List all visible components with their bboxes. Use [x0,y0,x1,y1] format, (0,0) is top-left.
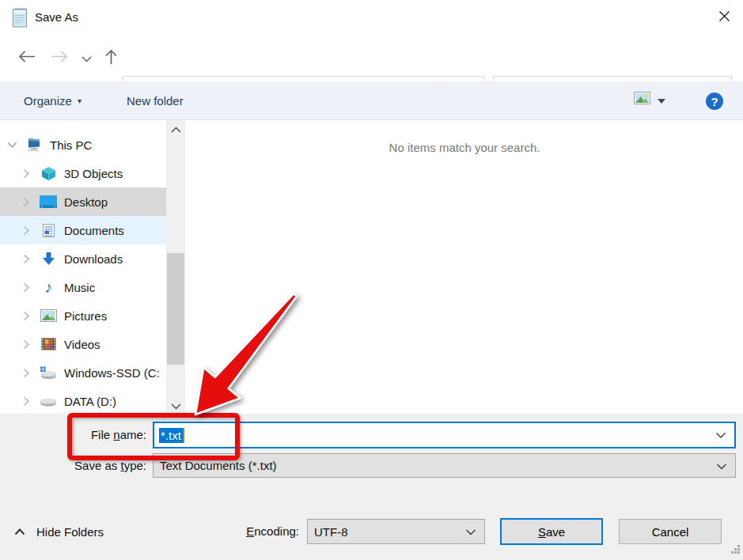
up-icon [104,48,118,68]
hide-folders-chevron-icon [14,524,25,539]
music-icon: ♪ [39,279,58,295]
back-button[interactable] [14,35,38,81]
chevron-right-icon[interactable] [21,168,32,179]
hide-folders-button[interactable]: Hide Folders [14,524,104,539]
close-icon [718,9,731,26]
sidebar-item-data-d[interactable]: DATA (D:) [0,387,166,414]
chevron-down-icon[interactable] [6,142,17,149]
dialog-title: Save As [35,0,78,35]
pictures-icon [39,309,58,322]
help-icon: ? [711,95,718,108]
chevron-right-icon[interactable] [21,282,32,293]
chevron-right-icon[interactable] [21,396,32,407]
save-as-type-value: Text Documents (*.txt) [160,459,277,472]
sidebar-item-documents[interactable]: Documents [0,216,166,244]
organize-label: Organize [24,94,72,108]
videos-icon [39,338,58,350]
title-bar: Save As [0,0,743,35]
sidebar-item-label: Videos [64,338,100,351]
change-view-button[interactable] [634,92,665,108]
sidebar-item-label: Desktop [64,195,108,209]
up-button[interactable] [100,35,122,81]
organize-caret-icon: ▾ [78,96,82,105]
file-name-input[interactable]: *.txt [153,422,736,448]
close-button[interactable] [710,4,738,31]
encoding-value: UTF-8 [314,525,348,539]
save-as-type-dropdown-icon [716,459,727,472]
cancel-button[interactable]: Cancel [619,519,722,544]
organize-button[interactable]: Organize ▾ [24,81,82,119]
recent-locations-button[interactable] [76,35,97,81]
folder-tree: This PC3D ObjectsDesktopDocumentsDownloa… [0,120,166,414]
scrollbar-thumb[interactable] [167,253,184,365]
sidebar-item-label: Music [64,281,95,294]
downloads-icon [39,252,58,267]
chevron-right-icon[interactable] [21,225,32,236]
sidebar-item-this-pc[interactable]: This PC [0,131,166,159]
hide-folders-label: Hide Folders [36,525,104,539]
sidebar-item-label: Windows-SSD (C: [64,366,160,380]
file-name-value: *.txt [159,428,183,443]
sidebar-item-label: Downloads [64,252,123,266]
file-list-pane: No items match your search. [186,120,743,414]
sidebar-item-downloads[interactable]: Downloads [0,244,166,273]
system-drive-icon [39,366,58,380]
thumbnail-view-icon [634,92,650,108]
empty-search-message: No items match your search. [186,141,743,154]
encoding-label: Encoding: [198,519,299,544]
sidebar-item-label: Documents [64,224,124,237]
help-button[interactable]: ? [706,93,723,110]
save-as-type-label: Save as type: [32,453,146,478]
chevron-right-icon[interactable] [21,311,32,321]
sidebar-item-label: This PC [50,138,92,152]
save-as-dialog: Save As › This PC › Desktop Search Deskt… [0,0,743,560]
new-folder-button[interactable]: New folder [127,81,184,119]
recent-locations-chevron-icon [82,51,92,66]
cube-icon [39,166,58,181]
drive-icon [39,396,58,407]
sidebar-item-desktop[interactable]: Desktop [0,187,166,216]
new-folder-label: New folder [127,94,184,108]
computer-icon [25,138,44,152]
chevron-right-icon[interactable] [21,197,32,207]
sidebar-item-windows-ssd-c[interactable]: Windows-SSD (C: [0,358,166,387]
chevron-right-icon[interactable] [21,339,32,350]
forward-icon [51,50,69,66]
encoding-dropdown-icon [465,525,476,539]
sidebar-item-label: 3D Objects [64,167,123,180]
text-caret [183,428,184,443]
encoding-select[interactable]: UTF-8 [307,519,485,544]
sidebar-item-label: DATA (D:) [64,395,116,408]
save-button[interactable]: Save [500,518,603,545]
scroll-down-button[interactable] [166,397,185,414]
view-dropdown-icon [658,93,665,107]
tree-scrollbar[interactable] [166,120,185,414]
scroll-down-icon [171,399,181,413]
notepad-icon [10,6,29,28]
sidebar-item-pictures[interactable]: Pictures [0,301,166,330]
dialog-body: This PC3D ObjectsDesktopDocumentsDownloa… [0,120,743,414]
scroll-up-button[interactable] [166,120,185,137]
file-name-dropdown-icon[interactable] [715,428,726,442]
command-toolbar: Organize ▾ New folder ? [0,81,743,120]
save-as-type-select[interactable]: Text Documents (*.txt) [153,453,736,478]
scroll-up-icon [171,122,181,136]
forward-button[interactable] [47,35,71,81]
file-name-label: File name: [32,422,146,448]
sidebar-item-music[interactable]: ♪Music [0,273,166,301]
documents-icon [39,223,58,238]
sidebar-item-videos[interactable]: Videos [0,330,166,358]
resize-grip-icon[interactable] [731,543,741,558]
sidebar-item-label: Pictures [64,309,107,323]
back-icon [17,50,36,66]
desktop-icon [39,195,58,209]
sidebar-item-3d-objects[interactable]: 3D Objects [0,159,166,187]
navigation-bar: › This PC › Desktop Search Desktop [0,35,743,81]
chevron-right-icon[interactable] [21,254,32,264]
chevron-right-icon[interactable] [21,368,32,378]
dialog-footer: File name: *.txt Save as type: Text Docu… [0,414,743,560]
